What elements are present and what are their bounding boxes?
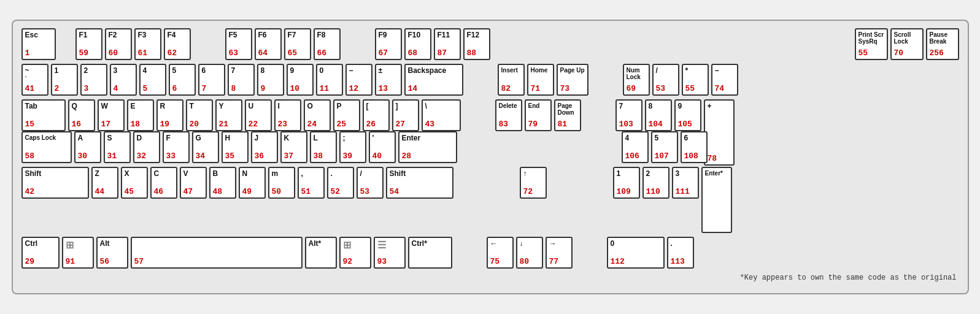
- key-tilde[interactable]: ~` 41: [21, 64, 48, 96]
- key-downarrow[interactable]: ↓ 80: [516, 237, 543, 269]
- key-period[interactable]: . 52: [327, 167, 354, 199]
- key-uparrow[interactable]: ↑ 72: [520, 167, 547, 199]
- key-numdot[interactable]: . 113: [667, 237, 694, 269]
- key-printscr[interactable]: Print ScrSysRq 55: [855, 28, 888, 60]
- key-g[interactable]: G 34: [192, 131, 219, 163]
- key-ctrl-left[interactable]: Ctrl 29: [21, 237, 60, 269]
- key-backspace[interactable]: Backspace 14: [404, 64, 463, 96]
- key-f[interactable]: F 33: [163, 131, 190, 163]
- key-num3[interactable]: 3 111: [672, 167, 699, 199]
- key-delete[interactable]: Delete 83: [495, 99, 522, 131]
- key-win-right[interactable]: ⊞ 92: [339, 237, 371, 269]
- key-z[interactable]: Z 44: [91, 167, 118, 199]
- key-space[interactable]: 57: [131, 237, 303, 269]
- key-q[interactable]: Q 16: [68, 99, 95, 131]
- key-num1[interactable]: 1 109: [613, 167, 640, 199]
- key-s[interactable]: S 31: [104, 131, 131, 163]
- key-5[interactable]: 5 6: [169, 64, 196, 96]
- key-i[interactable]: I 23: [274, 99, 301, 131]
- key-8[interactable]: 8 9: [257, 64, 284, 96]
- key-rbracket[interactable]: ] 27: [392, 99, 419, 131]
- key-esc[interactable]: Esc 1: [21, 28, 56, 60]
- key-f5[interactable]: F5 63: [225, 28, 252, 60]
- key-alt-right[interactable]: Alt*: [305, 237, 337, 269]
- key-home[interactable]: Home 71: [527, 64, 554, 96]
- key-3[interactable]: 3 4: [110, 64, 137, 96]
- key-num6[interactable]: 6 108: [681, 131, 708, 163]
- key-alt-left[interactable]: Alt 56: [96, 237, 128, 269]
- key-menu[interactable]: ☰ 93: [374, 237, 406, 269]
- key-slash[interactable]: / 53: [357, 167, 384, 199]
- key-d[interactable]: D 32: [133, 131, 160, 163]
- key-end[interactable]: End 79: [525, 99, 552, 131]
- key-rightarrow[interactable]: → 77: [546, 237, 573, 269]
- key-a[interactable]: A 30: [74, 131, 101, 163]
- key-6[interactable]: 6 7: [198, 64, 225, 96]
- key-p[interactable]: P 25: [333, 99, 360, 131]
- key-f6[interactable]: F6 64: [255, 28, 282, 60]
- key-f3[interactable]: F3 61: [134, 28, 161, 60]
- key-quote[interactable]: ' 40: [369, 131, 396, 163]
- key-7[interactable]: 7 8: [228, 64, 255, 96]
- key-f12[interactable]: F12 88: [463, 28, 490, 60]
- key-comma[interactable]: , 51: [298, 167, 325, 199]
- key-r[interactable]: R 19: [156, 99, 183, 131]
- key-f10[interactable]: F10 68: [404, 28, 431, 60]
- key-f7[interactable]: F7 65: [284, 28, 311, 60]
- key-m[interactable]: m 50: [268, 167, 295, 199]
- key-n[interactable]: N 49: [239, 167, 266, 199]
- key-y[interactable]: Y 21: [215, 99, 242, 131]
- key-num5[interactable]: 5 107: [651, 131, 678, 163]
- key-pagedown[interactable]: PageDown 81: [554, 99, 581, 131]
- key-pause[interactable]: PauseBreak 256: [926, 28, 959, 60]
- key-2[interactable]: 2 3: [80, 64, 107, 96]
- key-v[interactable]: V 47: [180, 167, 207, 199]
- key-9[interactable]: 9 10: [287, 64, 314, 96]
- key-h[interactable]: H 35: [222, 131, 249, 163]
- key-numplus[interactable]: + 78: [704, 99, 735, 166]
- key-enter[interactable]: Enter 28: [398, 131, 457, 163]
- key-num9[interactable]: 9 105: [674, 99, 701, 131]
- key-capslock[interactable]: Caps Lock 58: [21, 131, 72, 163]
- key-num8[interactable]: 8 104: [645, 99, 672, 131]
- key-pageup[interactable]: Page Up 73: [557, 64, 588, 96]
- key-backslash[interactable]: \ 43: [422, 99, 461, 131]
- key-equals[interactable]: ± 13: [375, 64, 402, 96]
- key-f11[interactable]: F11 87: [434, 28, 461, 60]
- key-numstar[interactable]: * 55: [682, 64, 709, 96]
- key-k[interactable]: K 37: [280, 131, 307, 163]
- key-b[interactable]: B 48: [209, 167, 236, 199]
- key-lbracket[interactable]: [ 26: [363, 99, 390, 131]
- key-numminus[interactable]: − 74: [711, 64, 738, 96]
- key-f1[interactable]: F1 59: [75, 28, 102, 60]
- key-u[interactable]: U 22: [245, 99, 272, 131]
- key-scrolllock[interactable]: ScrollLock 70: [890, 28, 924, 60]
- key-f8[interactable]: F8 66: [314, 28, 341, 60]
- key-num2[interactable]: 2 110: [642, 167, 669, 199]
- key-0[interactable]: 0 11: [316, 64, 343, 96]
- key-1[interactable]: 1 2: [51, 64, 78, 96]
- key-f4[interactable]: F4 62: [164, 28, 191, 60]
- key-shift-left[interactable]: Shift 42: [21, 167, 89, 199]
- key-leftarrow[interactable]: ← 75: [487, 237, 514, 269]
- key-j[interactable]: J 36: [251, 131, 278, 163]
- key-t[interactable]: T 20: [186, 99, 213, 131]
- key-x[interactable]: X 45: [121, 167, 148, 199]
- key-semicolon[interactable]: ; 39: [339, 131, 366, 163]
- key-numenter[interactable]: Enter*: [701, 167, 732, 233]
- key-win-left[interactable]: ⊞ 91: [62, 237, 94, 269]
- key-e[interactable]: E 18: [127, 99, 154, 131]
- key-o[interactable]: O 24: [304, 99, 331, 131]
- key-ctrl-right[interactable]: Ctrl*: [408, 237, 452, 269]
- key-l[interactable]: L 38: [310, 131, 337, 163]
- key-insert[interactable]: Insert 82: [498, 64, 525, 96]
- key-f2[interactable]: F2 60: [105, 28, 132, 60]
- key-numlock[interactable]: NumLock 69: [623, 64, 650, 96]
- key-num4[interactable]: 4 106: [622, 131, 649, 163]
- key-4[interactable]: 4 5: [139, 64, 166, 96]
- key-tab[interactable]: Tab 15: [21, 99, 66, 131]
- key-shift-right[interactable]: Shift 54: [386, 167, 453, 199]
- key-num7[interactable]: 7 103: [615, 99, 642, 131]
- key-numslash[interactable]: / 53: [652, 64, 679, 96]
- key-f9[interactable]: F9 67: [375, 28, 402, 60]
